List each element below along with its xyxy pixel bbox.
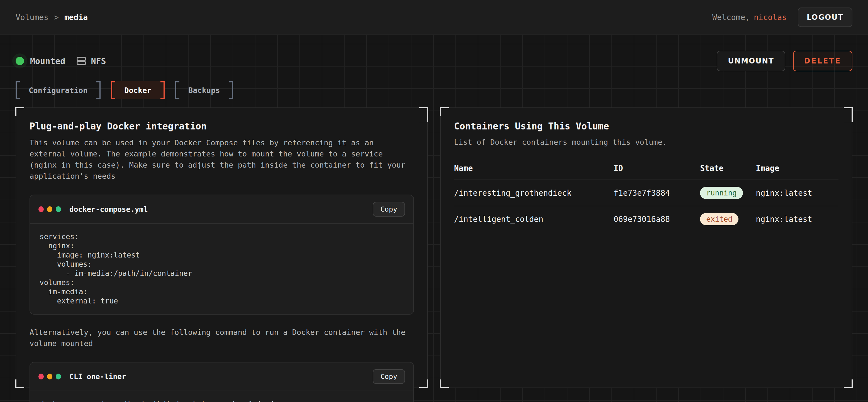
green-dot-icon (56, 374, 61, 379)
topbar: Volumes > media Welcome,nicolas LOGOUT (0, 0, 868, 35)
bracket-right-icon (229, 81, 233, 99)
corner-bracket-icon (440, 379, 449, 388)
bracket-left-icon (111, 81, 115, 99)
corner-bracket-icon (15, 107, 24, 116)
column-header-image: Image (756, 164, 838, 173)
container-id: 069e73016a88 (614, 215, 700, 224)
docker-panel-title: Plug-and-play Docker integration (30, 121, 414, 132)
container-name: /interesting_grothendieck (454, 189, 614, 198)
mounted-status-dot-icon (16, 57, 24, 65)
docker-panel-description: This volume can be used in your Docker C… (30, 137, 414, 182)
container-id: f1e73e7f3884 (614, 189, 700, 198)
cli-code-body: docker run -v im-media:/path/in/containe… (30, 391, 413, 402)
cli-intro-text: Alternatively, you can use the following… (30, 327, 414, 349)
corner-bracket-icon (844, 107, 853, 122)
state-badge: running (700, 187, 743, 199)
container-row: /intelligent_colden 069e73016a88 exited … (454, 206, 838, 232)
bracket-right-icon (160, 81, 165, 99)
corner-bracket-icon (419, 379, 428, 388)
volume-actions: UNMOUNT DELETE (717, 51, 852, 71)
chevron-right-icon: > (54, 13, 59, 22)
bracket-right-icon (96, 81, 100, 99)
main-content: Mounted NFS UNMOUNT DELETE Configuration… (0, 35, 868, 402)
compose-code-body: services: nginx: image: nginx:latest vol… (30, 224, 413, 314)
cli-filename: CLI one-liner (69, 372, 126, 381)
copy-compose-button[interactable]: Copy (373, 202, 405, 216)
copy-cli-button[interactable]: Copy (373, 369, 405, 384)
column-header-state: State (700, 164, 756, 173)
tab-configuration[interactable]: Configuration (16, 81, 100, 99)
container-state-cell: running (700, 187, 756, 199)
volume-status: Mounted NFS (16, 56, 106, 66)
mounted-status-label: Mounted (30, 56, 65, 66)
welcome-prefix: Welcome, (712, 13, 750, 22)
panels-container: Plug-and-play Docker integration This vo… (0, 99, 868, 388)
container-name: /intelligent_colden (454, 215, 614, 224)
topbar-right: Welcome,nicolas LOGOUT (712, 7, 852, 27)
filesystem-type-label: NFS (91, 56, 106, 66)
username: nicolas (754, 13, 787, 22)
tab-backups[interactable]: Backups (175, 81, 233, 99)
red-dot-icon (38, 374, 44, 379)
red-dot-icon (38, 206, 44, 212)
server-icon (76, 56, 86, 66)
traffic-lights (38, 206, 61, 212)
containers-panel-title: Containers Using This Volume (454, 121, 838, 132)
tab-docker[interactable]: Docker (111, 81, 165, 99)
corner-bracket-icon (844, 379, 853, 388)
cli-code-block: CLI one-liner Copy docker run -v im-medi… (30, 362, 414, 402)
delete-button[interactable]: DELETE (793, 51, 852, 71)
corner-bracket-icon (440, 107, 449, 116)
compose-filename: docker-compose.yml (69, 205, 148, 213)
amber-dot-icon (47, 374, 52, 379)
tab-bar: Configuration Docker Backups (0, 71, 868, 99)
unmount-button[interactable]: UNMOUNT (717, 51, 785, 71)
breadcrumb-volumes-link[interactable]: Volumes (16, 13, 49, 22)
containers-table: Name ID State Image /interesting_grothen… (454, 164, 838, 232)
traffic-lights (38, 374, 61, 379)
amber-dot-icon (47, 206, 52, 212)
compose-code-header: docker-compose.yml Copy (30, 195, 413, 224)
state-badge: exited (700, 213, 739, 225)
corner-bracket-icon (15, 379, 24, 388)
compose-code-block: docker-compose.yml Copy services: nginx:… (30, 195, 414, 314)
breadcrumb: Volumes > media (16, 13, 88, 22)
container-state-cell: exited (700, 213, 756, 225)
green-dot-icon (56, 206, 61, 212)
bracket-left-icon (175, 81, 179, 99)
column-header-id: ID (614, 164, 700, 173)
containers-table-header: Name ID State Image (454, 164, 838, 180)
container-image: nginx:latest (756, 215, 838, 224)
bracket-left-icon (16, 81, 20, 99)
containers-panel-subtitle: List of Docker containers mounting this … (454, 138, 838, 146)
breadcrumb-current-volume: media (64, 13, 88, 22)
container-image: nginx:latest (756, 189, 838, 198)
logout-button[interactable]: LOGOUT (798, 7, 852, 27)
docker-integration-panel: Plug-and-play Docker integration This vo… (16, 107, 428, 388)
corner-bracket-icon (419, 107, 428, 122)
containers-panel: Containers Using This Volume List of Doc… (440, 107, 852, 388)
container-row: /interesting_grothendieck f1e73e7f3884 r… (454, 180, 838, 206)
welcome-text: Welcome,nicolas (712, 13, 787, 22)
cli-code-header: CLI one-liner Copy (30, 363, 413, 391)
volume-status-row: Mounted NFS UNMOUNT DELETE (0, 35, 868, 71)
column-header-name: Name (454, 164, 614, 173)
